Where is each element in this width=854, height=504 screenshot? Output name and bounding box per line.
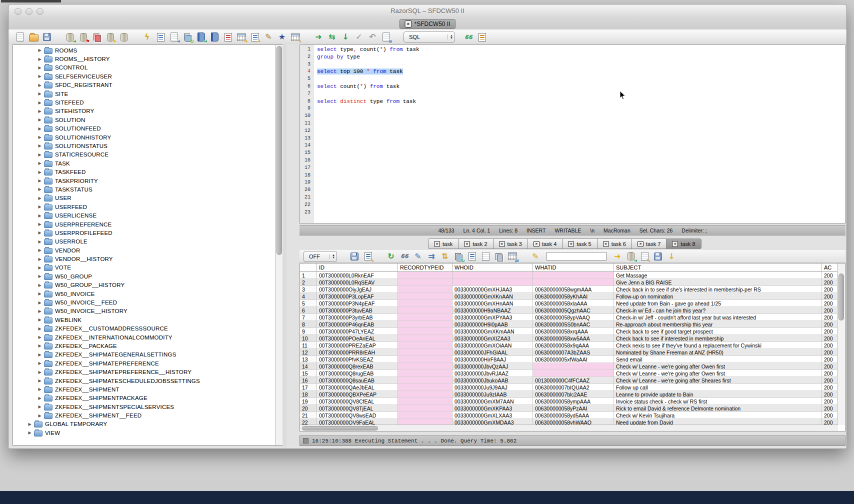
- close-result-tab-icon[interactable]: ×: [434, 241, 440, 247]
- table-cell[interactable]: 00630000005QgzhAAC: [533, 307, 614, 314]
- table-cell[interactable]: 6: [300, 307, 317, 314]
- tree-item-zkfedex-shipmategeneralsettings[interactable]: ▶ZKFEDEX__SHIPMATEGENERALSETTINGS: [13, 350, 276, 359]
- table-cell[interactable]: [533, 363, 614, 370]
- table-cell[interactable]: 13: [300, 356, 317, 363]
- tree-item-w50-group[interactable]: ▶W50_GROUP: [13, 272, 276, 280]
- table-cell[interactable]: 0033000000JbvRJAAZ: [452, 370, 533, 377]
- table-cell[interactable]: 00T3000000P3N4pEAF: [317, 300, 398, 307]
- disclosure-triangle-icon[interactable]: ▶: [37, 274, 42, 278]
- disclosure-triangle-icon[interactable]: ▶: [37, 100, 42, 105]
- disclosure-triangle-icon[interactable]: ▶: [37, 152, 42, 157]
- tree-item-weblink[interactable]: ▶WEBLINK: [13, 316, 276, 324]
- result-tab-task-6[interactable]: ×task 6: [597, 238, 632, 249]
- export-page-icon[interactable]: ➜: [168, 32, 180, 42]
- execute-statement-icon[interactable]: ➜: [313, 32, 324, 42]
- disclosure-triangle-icon[interactable]: ▶: [37, 109, 42, 114]
- generate-sql-icon[interactable]: ✎: [639, 251, 650, 262]
- disclosure-triangle-icon[interactable]: ▶: [37, 300, 42, 305]
- favorites-star-icon[interactable]: ★: [276, 32, 288, 42]
- table-cell[interactable]: [452, 272, 533, 279]
- result-tab-task-5[interactable]: ×task 5: [562, 238, 597, 249]
- editor-code[interactable]: select type, count(*) from taskgroup by …: [314, 45, 845, 223]
- database-tree-panel[interactable]: ▶ROOMS▶ROOMS__HISTORY▶SCONTROL▶SELFSERVI…: [12, 44, 284, 446]
- backup-book-icon[interactable]: ➜: [196, 32, 206, 42]
- execute-lightning-icon[interactable]: ϟ: [142, 32, 152, 42]
- tree-item-userpreference[interactable]: ▶USERPREFERENCE: [13, 220, 276, 228]
- disclosure-triangle-icon[interactable]: ▶: [37, 66, 42, 70]
- table-row[interactable]: 1200T3000000PRR8rEAH0033000000JFhGlAAL00…: [300, 349, 838, 356]
- disclosure-triangle-icon[interactable]: ▶: [27, 430, 32, 435]
- refresh-query-icon[interactable]: ↻: [453, 251, 464, 262]
- sort-updown-icon[interactable]: ⇅: [440, 251, 450, 262]
- disclosure-triangle-icon[interactable]: ▶: [37, 283, 42, 288]
- table-cell[interactable]: Follow-up on nomination: [614, 293, 822, 300]
- disclosure-triangle-icon[interactable]: ▶: [37, 187, 42, 192]
- table-cell[interactable]: 00630000007blc2AAE: [533, 391, 614, 398]
- panel-splitter[interactable]: [282, 44, 286, 448]
- table-cell[interactable]: [398, 286, 452, 293]
- table-cell[interactable]: 17: [300, 384, 317, 391]
- tree-item-zkfedex-internationalcommodity[interactable]: ▶ZKFEDEX__INTERNATIONALCOMMODITY: [13, 333, 276, 342]
- highlight-icon[interactable]: ✎: [530, 251, 541, 262]
- edit-record-icon[interactable]: ✎: [412, 251, 424, 262]
- disclosure-triangle-icon[interactable]: ▶: [37, 74, 42, 78]
- table-row[interactable]: 2000T3000000QV8TjEAL0033000000GmXKPAA300…: [300, 405, 838, 412]
- edit-table-data-icon[interactable]: ✎: [290, 32, 301, 42]
- table-cell[interactable]: 0013000000C4fFCAAZ: [533, 377, 614, 384]
- table-cell[interactable]: 00T3000000L0RknEAF: [317, 272, 398, 279]
- table-row[interactable]: 2100T3000000QV8wsEAD0033000000GmXLXAA300…: [300, 412, 838, 419]
- table-cell[interactable]: Give Jenn a BIG RAISE: [614, 279, 822, 286]
- tree-scrollbar-thumb[interactable]: [276, 46, 282, 255]
- table-cell[interactable]: 0033000000GmXKPAA3: [452, 405, 533, 412]
- tree-item-sitehistory[interactable]: ▶SITEHISTORY: [13, 107, 276, 116]
- table-cell[interactable]: 006300000058x9qAAA: [533, 342, 614, 349]
- table-cell[interactable]: 21: [300, 412, 317, 419]
- table-cell[interactable]: 200: [822, 405, 838, 412]
- table-cell[interactable]: [398, 370, 452, 377]
- sql-editor[interactable]: 1234567891011121314151617181920212223 se…: [300, 44, 846, 224]
- table-cell[interactable]: 200: [822, 328, 838, 335]
- tree-item-solutionhistory[interactable]: ▶SOLUTIONHISTORY: [13, 133, 276, 142]
- table-cell[interactable]: 00T3000000Q8rugEAB: [317, 370, 398, 377]
- table-cell[interactable]: [452, 279, 533, 286]
- tree-item-userprofilefeed[interactable]: ▶USERPROFILEFEED: [13, 228, 276, 237]
- tree-item-taskpriority[interactable]: ▶TASKPRIORITY: [13, 176, 276, 185]
- window-titlebar[interactable]: RazorSQL – SFDCW50 II: [8, 4, 846, 18]
- table-cell[interactable]: 00T3000000PfvKSEAZ: [317, 356, 398, 363]
- edit-sql-icon[interactable]: ✎: [263, 32, 274, 42]
- table-cell[interactable]: Need update from Bain - gave go ahead 1/…: [614, 300, 822, 307]
- table-cell[interactable]: 00T3000000POeAnEAL: [317, 335, 398, 342]
- drop-table-icon[interactable]: [118, 32, 130, 42]
- tree-item-zkfedex-shipmentpackage[interactable]: ▶ZKFEDEX__SHIPMENTPACKAGE: [13, 394, 276, 402]
- column-header-whoid[interactable]: WHOID: [452, 264, 533, 272]
- tree-item-w50-invoice[interactable]: ▶W50_INVOICE: [13, 290, 276, 298]
- export-table-icon[interactable]: ⚑: [78, 32, 89, 42]
- table-cell[interactable]: 200: [822, 279, 838, 286]
- new-document-icon[interactable]: [14, 32, 26, 42]
- table-cell[interactable]: 00630000007A3bZAAS: [533, 349, 614, 356]
- copy-table-grid-icon[interactable]: ⇄: [507, 251, 518, 262]
- disclosure-triangle-icon[interactable]: ▶: [37, 318, 42, 322]
- table-cell[interactable]: [398, 300, 452, 307]
- disclosure-triangle-icon[interactable]: ▶: [37, 230, 42, 235]
- disclosure-triangle-icon[interactable]: ▶: [37, 57, 42, 62]
- refresh-schema-icon[interactable]: ↻: [182, 32, 193, 42]
- disclosure-triangle-icon[interactable]: ▶: [37, 370, 42, 374]
- table-row[interactable]: 700T3000000P3yrbEAB0033000000GmXPYAA3006…: [300, 314, 838, 321]
- disclosure-triangle-icon[interactable]: ▶: [37, 414, 42, 418]
- copy-results-icon[interactable]: [494, 251, 504, 262]
- close-result-tab-icon[interactable]: ×: [603, 241, 609, 247]
- table-cell[interactable]: 5: [300, 300, 317, 307]
- table-cell[interactable]: 9: [300, 328, 317, 335]
- view-record-icon[interactable]: 66: [399, 251, 410, 262]
- table-cell[interactable]: 4: [300, 293, 317, 300]
- table-cell[interactable]: 0033000000JbukoAAB: [452, 377, 533, 384]
- table-cell[interactable]: [398, 356, 452, 363]
- disclosure-triangle-icon[interactable]: ▶: [37, 178, 42, 183]
- table-cell[interactable]: 006300000058yPzAAI: [533, 405, 614, 412]
- tree-item-solutionstatus[interactable]: ▶SOLUTIONSTATUS: [13, 142, 276, 150]
- result-tab-task[interactable]: ×task: [428, 238, 458, 249]
- export-down-icon[interactable]: ↓: [666, 251, 677, 262]
- table-row[interactable]: 1900T3000000QV8CfEAL0033000000GmXM7AAN00…: [300, 398, 838, 405]
- filter-sort-icon[interactable]: ✎: [362, 251, 374, 262]
